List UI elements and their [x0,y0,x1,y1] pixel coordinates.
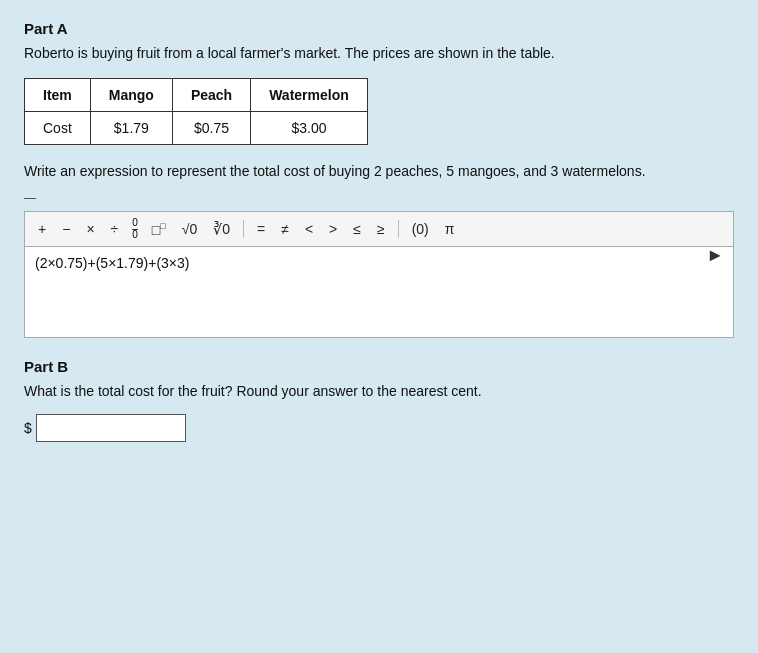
toolbar-equals-btn[interactable]: = [252,220,270,238]
row-label-cost: Cost [25,112,91,145]
math-editor[interactable]: + − × ÷ 0 0 □□ √0 ∛0 = ≠ < > ≤ ≥ (0) [24,211,734,338]
toolbar-sqrt-btn[interactable]: √0 [177,220,202,238]
part-a-section: Part A Roberto is buying fruit from a lo… [24,20,734,338]
write-instruction: Write an expression to represent the tot… [24,161,734,182]
part-b-question: What is the total cost for the fruit? Ro… [24,381,734,402]
part-b-label: Part B [24,358,734,375]
toolbar-times-btn[interactable]: × [81,220,99,238]
toolbar-pi-btn[interactable]: π [440,220,460,238]
toolbar-divide-btn[interactable]: ÷ [106,220,124,238]
part-a-label: Part A [24,20,734,37]
col-header-item: Item [25,79,91,112]
math-toolbar: + − × ÷ 0 0 □□ √0 ∛0 = ≠ < > ≤ ≥ (0) [25,212,733,247]
toolbar-fraction-btn[interactable]: 0 0 [129,217,141,241]
toolbar-geq-btn[interactable]: ≥ [372,220,390,238]
dollar-input-wrapper: $ [24,414,734,442]
part-b-section: Part B What is the total cost for the fr… [24,358,734,442]
cost-watermelon: $3.00 [251,112,368,145]
toolbar-neq-btn[interactable]: ≠ [276,220,294,238]
col-header-mango: Mango [90,79,172,112]
toolbar-leq-btn[interactable]: ≤ [348,220,366,238]
toolbar-divider-2 [398,220,399,238]
col-header-watermelon: Watermelon [251,79,368,112]
toolbar-plus-btn[interactable]: + [33,220,51,238]
cursor-arrow-icon: ► [706,245,724,266]
cost-peach: $0.75 [172,112,250,145]
toolbar-cbrt-btn[interactable]: ∛0 [208,220,235,238]
col-header-peach: Peach [172,79,250,112]
toolbar-lt-btn[interactable]: < [300,220,318,238]
dollar-sign: $ [24,420,32,436]
line-decoration [24,198,36,199]
math-expression: (2×0.75)+(5×1.79)+(3×3) [35,255,723,271]
part-a-description: Roberto is buying fruit from a local far… [24,43,734,64]
toolbar-parens-btn[interactable]: (0) [407,220,434,238]
fraction-denominator: 0 [132,230,138,240]
toolbar-gt-btn[interactable]: > [324,220,342,238]
math-input-area[interactable]: (2×0.75)+(5×1.79)+(3×3) [25,247,733,337]
toolbar-exponent-btn[interactable]: □□ [147,220,171,239]
toolbar-divider [243,220,244,238]
math-editor-wrapper: + − × ÷ 0 0 □□ √0 ∛0 = ≠ < > ≤ ≥ (0) [24,211,734,338]
toolbar-minus-btn[interactable]: − [57,220,75,238]
fruit-price-table: Item Mango Peach Watermelon Cost $1.79 $… [24,78,368,145]
cost-mango: $1.79 [90,112,172,145]
answer-input[interactable] [36,414,186,442]
